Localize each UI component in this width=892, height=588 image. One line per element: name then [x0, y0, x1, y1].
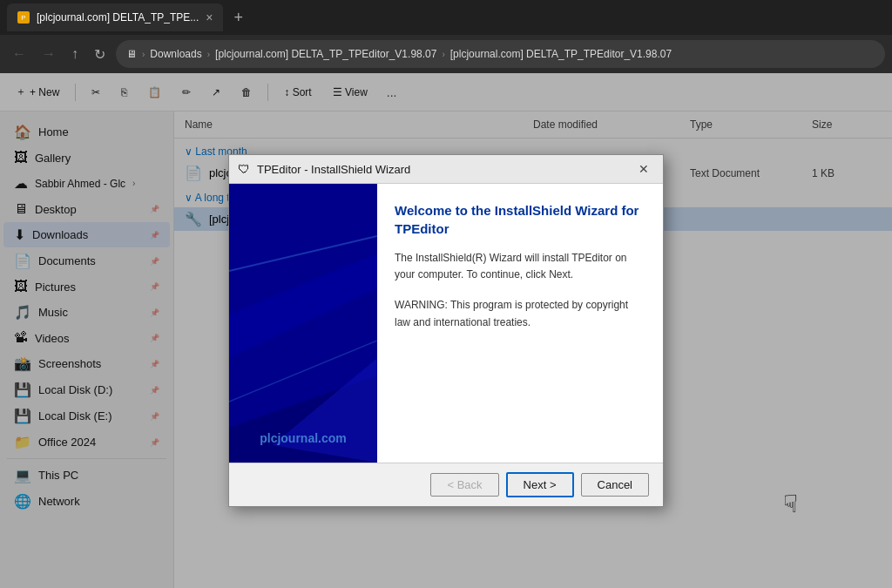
wizard-title-text: TPEditor - InstallShield Wizard	[257, 163, 626, 176]
wizard-footer: < Back Next > Cancel	[229, 463, 663, 506]
install-wizard-dialog: 🛡 TPEditor - InstallShield Wizard ✕	[228, 154, 664, 507]
wizard-warning: WARNING: This program is protected by co…	[395, 297, 645, 330]
new-tab-button[interactable]: +	[230, 5, 247, 30]
tab-title: [plcjournal.com] DELTA_TP_TPE...	[37, 11, 199, 24]
wizard-close-button[interactable]: ✕	[633, 160, 654, 178]
wizard-titlebar: 🛡 TPEditor - InstallShield Wizard ✕	[229, 155, 663, 184]
browser-tab[interactable]: P [plcjournal.com] DELTA_TP_TPE... ×	[7, 3, 223, 31]
address-downloads: Downloads	[150, 48, 201, 60]
back-button[interactable]: < Back	[430, 473, 498, 497]
browser-chrome: P [plcjournal.com] DELTA_TP_TPE... × +	[0, 0, 892, 35]
tab-favicon: P	[17, 11, 30, 24]
wizard-left-panel: plcjournal.com	[229, 184, 377, 463]
cancel-button[interactable]: Cancel	[581, 473, 649, 497]
wizard-watermark: plcjournal.com	[260, 431, 347, 445]
wizard-overlay: 🛡 TPEditor - InstallShield Wizard ✕	[0, 73, 892, 588]
up-button[interactable]: ↑	[66, 43, 84, 65]
back-button[interactable]: ←	[7, 43, 31, 65]
wizard-text1: The InstallShield(R) Wizard will install…	[395, 250, 645, 283]
next-button[interactable]: Next >	[506, 472, 574, 497]
address-icon: 🖥	[126, 48, 137, 60]
address-box[interactable]: 🖥 › Downloads › [plcjournal.com] DELTA_T…	[116, 40, 885, 68]
wizard-right-panel: Welcome to the InstallShield Wizard for …	[377, 184, 663, 463]
tab-close-btn[interactable]: ×	[206, 10, 213, 24]
wizard-title-icon: 🛡	[238, 162, 250, 176]
address-bar-row: ← → ↑ ↻ 🖥 › Downloads › [plcjournal.com]…	[0, 35, 892, 73]
forward-button[interactable]: →	[37, 43, 61, 65]
wizard-heading: Welcome to the InstallShield Wizard for …	[395, 201, 645, 238]
refresh-button[interactable]: ↻	[89, 43, 111, 66]
wizard-body: plcjournal.com Welcome to the InstallShi…	[229, 184, 663, 463]
address-folder2: [plcjournal.com] DELTA_TP_TPEditor_V1.98…	[450, 48, 672, 60]
address-folder1: [plcjournal.com] DELTA_TP_TPEditor_V1.98…	[215, 48, 436, 60]
